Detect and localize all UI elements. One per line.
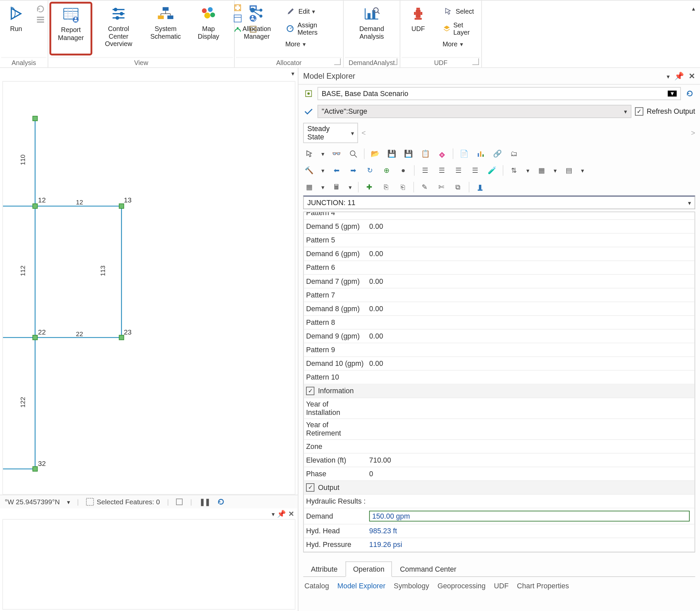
hydrant-small-icon[interactable] [474,181,486,193]
allocation-manager-button[interactable]: Allocation Manager [236,2,278,53]
eraser-icon[interactable] [436,148,448,160]
bottom-tab-catalog[interactable]: Catalog [304,582,329,590]
layout-icon[interactable]: ▤ [563,164,575,176]
bottom-tab-geoprocessing[interactable]: Geoprocessing [437,582,485,590]
report-icon[interactable]: 📄 [458,148,470,160]
output-row[interactable]: Hyd. Head985.23 ft [304,525,694,538]
udf-set-layer-button[interactable]: Set Layer [438,20,478,38]
flask-icon[interactable]: 🧪 [486,164,498,176]
group-icon[interactable]: ▦ [536,164,548,176]
chart-icon[interactable] [475,148,487,160]
card-icon[interactable]: 🗂 [508,148,520,160]
panel-options-icon[interactable] [667,71,670,80]
property-row[interactable]: Pattern 10 [304,371,694,385]
property-row[interactable]: Phase0 [304,467,694,481]
align-right-icon[interactable]: ☰ [453,164,465,176]
clip-icon[interactable]: ✄ [435,181,447,193]
allocator-more-button[interactable]: More [281,39,339,49]
udf-more-button[interactable]: More [438,39,478,49]
property-row[interactable]: Pattern 9 [304,343,694,357]
property-row[interactable]: Pattern 8 [304,316,694,329]
mode-selector[interactable]: Steady State [303,123,358,143]
group-dropdown[interactable] [552,164,558,176]
system-schematic-button[interactable]: System Schematic [144,2,186,53]
bottom-tab-symbology[interactable]: Symbology [394,582,429,590]
output-row[interactable]: Demand150.00 gpm [304,508,694,524]
add-feature-icon[interactable]: ✚ [363,181,375,193]
calc-dropdown[interactable] [347,181,353,193]
section-information[interactable]: Information [304,385,694,398]
lower-panel-dropdown[interactable] [272,510,275,518]
dialog-launcher-icon[interactable] [334,58,341,65]
dialog-launcher-icon[interactable] [472,58,479,65]
sort-icon[interactable]: ⇅ [508,164,520,176]
property-row[interactable]: Year of Installation [304,398,694,419]
section-checkbox[interactable] [306,483,315,492]
save-icon[interactable]: 💾 [386,148,398,160]
map-display-button[interactable]: Map Display [188,2,229,53]
active-field[interactable]: "Active":Surge [317,105,631,118]
bottom-tab-chart-properties[interactable]: Chart Properties [517,582,569,590]
folder-open-icon[interactable]: 📂 [369,148,381,160]
dialog-launcher-icon[interactable] [391,58,397,65]
pin-icon[interactable]: 📌 [674,71,684,80]
report-manager-button[interactable]: Report Manager [49,2,92,55]
settings-small-icon[interactable] [36,15,45,25]
add-node-icon[interactable]: ⊕ [381,164,393,176]
pointer-icon[interactable] [303,148,315,160]
glasses-icon[interactable]: 👓 [331,148,343,160]
align-center-icon[interactable]: ☰ [436,164,448,176]
property-row[interactable]: Demand 8 (gpm)0.00 [304,302,694,316]
udf-button[interactable]: UDF [401,2,435,53]
node-icon[interactable]: ● [397,164,409,176]
hammer-dropdown[interactable] [320,164,326,176]
assign-meters-button[interactable]: Assign Meters [281,20,339,38]
refresh-small-icon[interactable] [36,4,45,14]
close-icon[interactable]: ✕ [689,71,695,80]
pin-icon[interactable]: 📌 [277,510,286,518]
save-as-icon[interactable]: 💾 [403,148,415,160]
history-icon[interactable]: ↻ [364,164,376,176]
junction-selector[interactable]: JUNCTION: 11 [303,195,695,209]
property-row[interactable]: Year of Retirement [304,419,694,440]
refresh-output-checkbox[interactable] [635,107,643,116]
align-left-icon[interactable]: ☰ [419,164,431,176]
property-row[interactable]: Zone [304,440,694,453]
property-row[interactable]: Demand 10 (gpm)0.00 [304,357,694,371]
hammer-icon[interactable]: 🔨 [303,164,315,176]
back-arrow-icon[interactable]: ⬅ [331,164,343,176]
edit-button[interactable]: Edit [281,4,339,19]
scenario-refresh-icon[interactable] [684,88,695,99]
run-button[interactable]: Run [0,2,32,53]
map-canvas[interactable]: 12 13 22 23 32 110 12 112 113 22 122 [2,81,295,495]
tab-command-center[interactable]: Command Center [392,561,464,577]
refresh-icon[interactable] [217,497,225,506]
pause-icon[interactable]: ❚❚ [199,497,210,506]
forward-arrow-icon[interactable]: ➡ [347,164,359,176]
merge-icon[interactable]: ⧉ [452,181,464,193]
tab-operation[interactable]: Operation [345,561,392,577]
property-row[interactable]: Pattern 6 [304,261,694,275]
link-icon[interactable]: 🔗 [491,148,503,160]
control-center-button[interactable]: Control Center Overview [94,2,144,53]
collapse-ribbon-icon[interactable] [692,4,695,13]
copy-icon[interactable]: 📋 [419,148,431,160]
distribute-icon[interactable]: ☰ [469,164,481,176]
demand-analysis-button[interactable]: Demand Analysis [351,2,393,53]
tab-attribute[interactable]: Attribute [303,561,345,577]
table-dropdown[interactable] [320,181,326,193]
property-row[interactable]: Elevation (ft)710.00 [304,453,694,467]
copy-feature-icon[interactable]: ⎘ [380,181,392,193]
property-row[interactable]: Pattern 4 [304,212,694,220]
output-row[interactable]: Hyd. Pressure119.26 psi [304,538,694,552]
property-row[interactable]: Demand 9 (gpm)0.00 [304,329,694,343]
property-row[interactable]: Pattern 7 [304,288,694,302]
bottom-tab-udf[interactable]: UDF [494,582,509,590]
bottom-tab-model-explorer[interactable]: Model Explorer [337,582,385,590]
calc-icon[interactable]: 🖩 [331,181,343,193]
table-icon[interactable]: ▦ [303,181,315,193]
property-row[interactable]: Demand 5 (gpm)0.00 [304,220,694,234]
edit-geom-icon[interactable]: ✎ [419,181,431,193]
close-icon[interactable]: ✕ [288,510,294,518]
layout-dropdown[interactable] [580,164,586,176]
